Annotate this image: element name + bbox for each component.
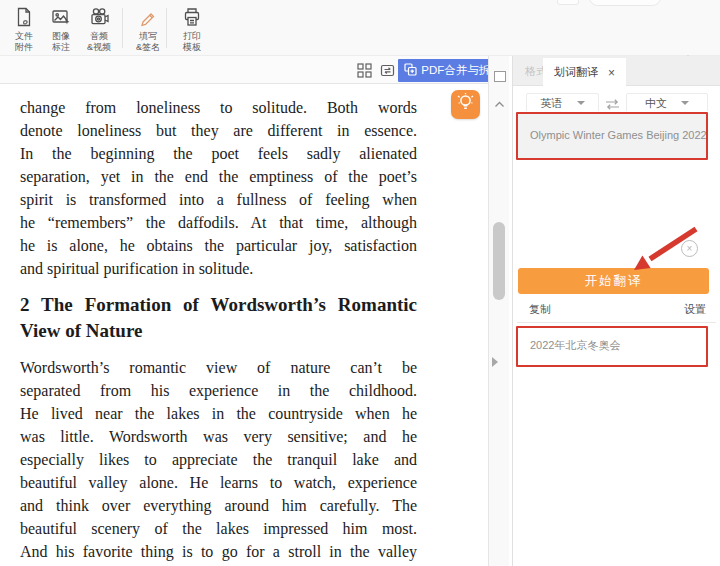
- document-text-line: separation, yet in the end the emptiness…: [20, 165, 417, 188]
- toolbar-item-fill-sign[interactable]: 填写 &签名: [126, 6, 170, 53]
- document-text-line: And his favorite thing is to go for a st…: [20, 540, 417, 563]
- heading-line: View of Nature: [20, 318, 417, 344]
- chevron-down-icon: [681, 101, 689, 105]
- document-text-line: In the beginning the poet feels sadly al…: [20, 142, 417, 165]
- tab-close-icon[interactable]: ×: [608, 67, 615, 79]
- tab-translate[interactable]: 划词翻译 ×: [543, 58, 626, 87]
- lightbulb-icon: [454, 91, 477, 118]
- cropped-toolbar-widget: [557, 0, 579, 5]
- scrollbar-thumb[interactable]: [493, 222, 505, 300]
- toolbar-label: 模板: [183, 42, 201, 52]
- toolbar-item-print-template[interactable]: 打印 模板: [170, 6, 214, 53]
- toolbar-label: 附件: [15, 42, 33, 52]
- toolbar-label: &签名: [136, 42, 160, 52]
- secondary-toolbar: PDF合并与拆分: [0, 56, 488, 84]
- merge-split-icon: [404, 63, 417, 78]
- document-text-line: beautiful scenery of the lakes impressed…: [20, 517, 417, 540]
- source-text: Olympic Winter Games Beijing 2022: [530, 129, 707, 141]
- document-text-line: and think over everything around him car…: [20, 494, 417, 517]
- document-text-line: beautiful valley alone. He learns to wat…: [20, 471, 417, 494]
- document-text-line: Wordsworth’s romantic view of nature can…: [20, 356, 417, 379]
- document-text-line: was little. Wordsworth was very sensitiv…: [20, 425, 417, 448]
- target-language-value: 中文: [645, 96, 667, 111]
- settings-button[interactable]: 设置: [684, 302, 706, 317]
- translate-panel: 格式 划词翻译 × 英语 中文 Olympic Winter Games Bei…: [512, 56, 720, 566]
- source-annotation-red-box: Olympic Winter Games Beijing 2022: [516, 112, 708, 160]
- document-text-line: denote loneliness but they are different…: [20, 119, 417, 142]
- image-annotation-icon: [50, 6, 72, 28]
- document-paragraph-2: Wordsworth’s romantic view of nature can…: [20, 356, 488, 563]
- result-text: 2022年北京冬奥会: [530, 338, 620, 353]
- panel-divider: [517, 322, 716, 323]
- fill-sign-icon: [137, 6, 159, 28]
- document-text-line: separated from his experience in the chi…: [20, 379, 417, 402]
- page-swap-icon[interactable]: [380, 63, 395, 78]
- document-text-line: especially likes to appreciate the tranq…: [20, 448, 417, 471]
- toolbar-item-audio-video[interactable]: 音频 &视频: [77, 6, 121, 53]
- toolbar-label: 图像: [52, 31, 70, 41]
- panel-collapse-arrow-icon[interactable]: [492, 357, 498, 367]
- document-text-line: he is alone, he obtains the particular j…: [20, 234, 417, 257]
- target-language-select[interactable]: 中文: [626, 93, 708, 113]
- document-scrollbar: [488, 56, 509, 566]
- toolbar-label: 标注: [52, 42, 70, 52]
- app-toolbar: 文件 附件 图像 标注 音频 &视频: [0, 0, 720, 56]
- panel-tab-bar: 格式 划词翻译 ×: [513, 56, 720, 86]
- lightbulb-translate-button[interactable]: [451, 90, 480, 119]
- toolbar-label: 文件: [15, 31, 33, 41]
- start-translate-button[interactable]: 开始翻译: [518, 268, 709, 294]
- heading-line: 2 The Formation of Wordsworth’s Romantic: [20, 292, 417, 318]
- source-language-select[interactable]: 英语: [526, 93, 599, 113]
- document-text-line: he “remembers” the daffodils. At that ti…: [20, 211, 417, 234]
- document-paragraph-1: change from loneliness to solitude. Both…: [20, 96, 488, 257]
- grid-view-icon[interactable]: [357, 63, 372, 78]
- scroll-up-icon[interactable]: [494, 94, 505, 112]
- cropped-search-field: [589, 0, 661, 6]
- toolbar-label: 音频: [90, 31, 108, 41]
- toolbar-separator: [122, 8, 123, 48]
- clear-source-icon[interactable]: ×: [681, 240, 698, 257]
- file-attachment-icon: [13, 6, 35, 28]
- document-text-line: spirit is transformed into a fullness of…: [20, 188, 417, 211]
- result-annotation-red-box: 2022年北京冬奥会: [516, 326, 708, 367]
- audio-video-icon: [88, 6, 110, 28]
- document-heading: 2 The Formation of Wordsworth’s Romantic…: [20, 292, 488, 343]
- toolbar-label: 填写: [139, 31, 157, 41]
- print-template-icon: [181, 6, 203, 28]
- document-text-line: and spiritual purification in solitude.: [20, 257, 417, 280]
- toolbar-label: 打印: [183, 31, 201, 41]
- document-text-line: He lived near the lakes in the countrysi…: [20, 402, 417, 425]
- document-page: change from loneliness to solitude. Both…: [0, 84, 488, 566]
- toolbar-separator: [166, 8, 167, 48]
- tab-translate-label: 划词翻译: [554, 65, 598, 80]
- toolbar-label: &视频: [87, 42, 111, 52]
- chevron-down-icon: [577, 101, 585, 105]
- page-indicator-icon[interactable]: [494, 71, 506, 82]
- source-language-value: 英语: [541, 96, 563, 111]
- document-text-line: change from loneliness to solitude. Both…: [20, 96, 417, 119]
- copy-button[interactable]: 复制: [529, 302, 551, 317]
